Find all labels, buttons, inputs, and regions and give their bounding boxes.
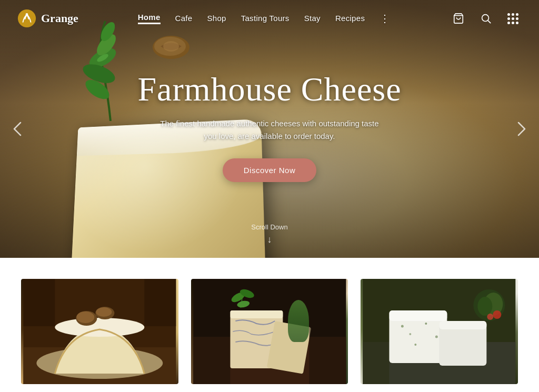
discover-now-button[interactable]: Discover Now [223,158,317,182]
svg-point-40 [425,323,427,325]
nav-links: Home Cafe Shop Tasting Tours Stay Recipe… [138,12,391,25]
scroll-down[interactable]: Scroll Down ↓ [251,223,287,245]
carousel-next-button[interactable] [510,117,533,140]
grid-menu-button[interactable] [504,9,522,27]
product-card-1[interactable] [21,279,178,384]
svg-point-10 [26,13,28,16]
carousel-prev-button[interactable] [6,117,29,140]
hero-content: Farmhouse Cheese The finest handmade aut… [101,71,438,182]
brand-name: Grange [41,12,78,25]
nav-item-cafe[interactable]: Cafe [175,14,193,23]
search-icon [480,13,492,24]
nav-icons [450,9,522,27]
cart-icon [453,13,464,24]
svg-point-9 [18,9,36,27]
svg-point-42 [415,344,417,346]
svg-point-8 [163,41,179,52]
svg-point-17 [55,318,144,337]
svg-point-38 [401,325,404,328]
svg-point-41 [435,336,438,338]
svg-line-13 [488,21,491,23]
svg-rect-23 [144,279,176,326]
hero-section: Grange Home Cafe Shop Tasting Tours Stay… [0,0,539,258]
logo-icon [17,8,37,28]
nav-item-shop[interactable]: Shop [207,14,226,23]
svg-rect-22 [23,279,55,326]
nav-item-home[interactable]: Home [138,13,161,24]
svg-point-12 [482,15,489,22]
search-button[interactable] [477,9,495,27]
scroll-down-arrow: ↓ [267,234,272,245]
hero-subtitle: The finest handmade authentic cheeses wi… [101,117,438,143]
grid-icon [507,13,518,24]
cart-button[interactable] [450,9,467,27]
svg-rect-50 [363,279,390,384]
brand-logo[interactable]: Grange [17,8,78,28]
svg-rect-32 [193,279,230,384]
svg-point-21 [96,307,112,317]
svg-point-39 [410,333,412,335]
navbar: Grange Home Cafe Shop Tasting Tours Stay… [0,0,539,37]
svg-rect-33 [309,279,346,384]
scroll-down-label: Scroll Down [251,223,287,231]
svg-point-48 [493,310,502,319]
hero-title: Farmhouse Cheese [101,71,438,108]
nav-item-stay[interactable]: Stay [304,14,321,23]
product-card-3[interactable] [361,279,518,384]
product-section [0,258,539,392]
nav-item-tasting-tours[interactable]: Tasting Tours [241,14,290,23]
nav-more[interactable]: ⋮ [380,12,390,25]
svg-rect-27 [230,310,283,318]
nav-item-recipes[interactable]: Recipes [335,14,365,23]
svg-point-49 [487,314,494,320]
svg-rect-37 [390,310,447,321]
svg-point-47 [478,297,493,316]
product-grid [21,279,518,384]
svg-point-19 [76,311,94,323]
product-card-2[interactable] [191,279,348,384]
svg-rect-44 [440,321,487,329]
